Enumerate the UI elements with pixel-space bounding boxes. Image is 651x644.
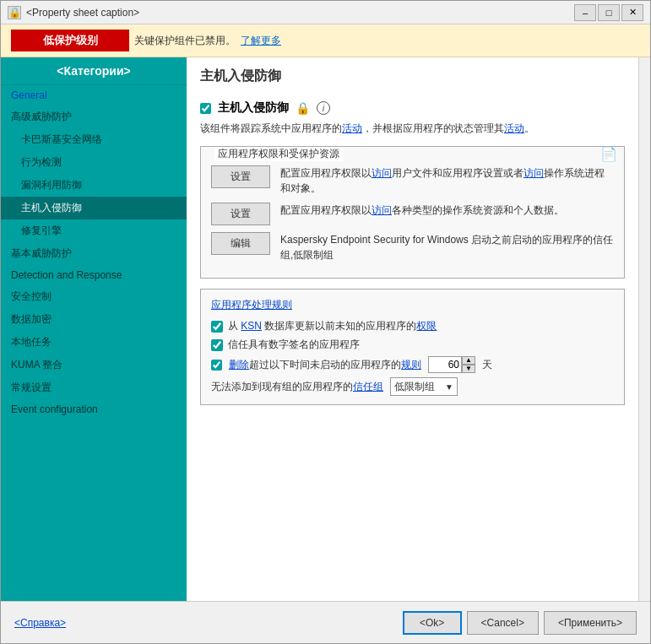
sidebar-item-remediation[interactable]: 修复引擎 [1, 219, 187, 242]
sidebar-item-detection-response[interactable]: Detection and Response [1, 265, 187, 285]
help-link[interactable]: <Справка> [14, 617, 66, 629]
sidebar-item-security-control[interactable]: 安全控制 [1, 285, 187, 308]
cancel-button[interactable]: <Cancel> [467, 611, 539, 635]
spinner-down[interactable]: ▼ [462, 365, 475, 373]
edit-row: 编辑 Kaspersky Endpoint Security for Windo… [211, 232, 614, 262]
days-spinner: 60 ▲ ▼ [428, 356, 475, 373]
sidebar-item-kaspersky-net[interactable]: 卡巴斯基安全网络 [1, 128, 187, 151]
cb-row-2: 信任具有数字签名的应用程序 [211, 338, 614, 352]
title-bar: 🔒 <Property sheet caption> – □ ✕ [1, 1, 650, 24]
sidebar-item-advanced-threat[interactable]: 高级威胁防护 [1, 106, 187, 128]
settings-button-1[interactable]: 设置 [211, 165, 270, 188]
settings-button-2[interactable]: 设置 [211, 203, 270, 225]
learn-more-link[interactable]: 了解更多 [241, 34, 281, 48]
delete-rule-checkbox[interactable] [211, 360, 222, 371]
sidebar-item-data-encrypt[interactable]: 数据加密 [1, 308, 187, 331]
cb-row-3: 删除超过以下时间未启动的应用程序的规则 60 ▲ ▼ 天 [211, 356, 614, 373]
activity-link2[interactable]: 活动 [504, 122, 524, 134]
minimize-button[interactable]: – [574, 4, 596, 21]
digital-sig-checkbox[interactable] [211, 339, 223, 351]
edit-button[interactable]: 编辑 [211, 232, 270, 255]
sidebar: <Категории> General 高级威胁防护 卡巴斯基安全网络 行为检测… [1, 57, 187, 601]
host-intrusion-label: 主机入侵防御 [218, 100, 289, 116]
cb2-label: 信任具有数字签名的应用程序 [228, 338, 360, 352]
access-link1[interactable]: 访问 [372, 167, 392, 179]
trust-dropdown[interactable]: 低限制组 ▼ [390, 377, 458, 396]
lock-icon: 🔒 [296, 101, 310, 115]
trust-group-link[interactable]: 信任组 [353, 381, 383, 392]
window-title: <Property sheet caption> [26, 7, 139, 19]
ksn-checkbox[interactable] [211, 321, 223, 333]
main-window: 🔒 <Property sheet caption> – □ ✕ 低保护级别 关… [0, 0, 651, 644]
title-controls: – □ ✕ [574, 4, 643, 21]
bottom-bar: <Справка> <Ok> <Cancel> <Применить> [1, 601, 650, 643]
access-link3[interactable]: 访问 [372, 204, 392, 216]
scrollbar[interactable] [638, 57, 650, 601]
permissions-expand-icon[interactable]: 📄 [600, 146, 617, 162]
ok-button[interactable]: <Ok> [403, 611, 462, 635]
info-icon[interactable]: i [317, 101, 330, 115]
protection-badge: 低保护级别 [11, 30, 129, 51]
title-bar-left: 🔒 <Property sheet caption> [8, 6, 139, 19]
sidebar-item-host-intrusion[interactable]: 主机入侵防御 [1, 197, 187, 219]
sidebar-item-event-config[interactable]: Event configuration [1, 399, 187, 419]
settings-desc-1: 配置应用程序权限以访问用户文件和应用程序设置或者访问操作系统进程和对象。 [280, 165, 614, 196]
cb3-label: 删除超过以下时间未启动的应用程序的规则 [229, 358, 421, 372]
rule-link[interactable]: 规则 [401, 359, 421, 371]
description-text: 该组件将跟踪系统中应用程序的活动，并根据应用程序的状态管理其活动。 [200, 121, 625, 136]
settings-row-1: 设置 配置应用程序权限以访问用户文件和应用程序设置或者访问操作系统进程和对象。 [211, 165, 614, 196]
permissions-inner: 设置 配置应用程序权限以访问用户文件和应用程序设置或者访问操作系统进程和对象。 … [201, 162, 624, 278]
permissions-title: 应用程序权限和受保护资源 [214, 147, 343, 161]
apply-button[interactable]: <Применить> [544, 611, 637, 635]
settings-row-2: 设置 配置应用程序权限以访问各种类型的操作系统资源和个人数据。 [211, 203, 614, 225]
sidebar-item-local-tasks[interactable]: 本地任务 [1, 331, 187, 354]
cb-row-1: 从 KSN 数据库更新以前未知的应用程序的权限 [211, 319, 614, 333]
settings-desc-2: 配置应用程序权限以访问各种类型的操作系统资源和个人数据。 [280, 203, 614, 218]
trust-row: 无法添加到现有组的应用程序的信任组 低限制组 ▼ [211, 377, 614, 396]
maximize-button[interactable]: □ [598, 4, 620, 21]
processing-title[interactable]: 应用程序处理规则 [211, 298, 614, 312]
sidebar-item-general-settings[interactable]: 常规设置 [1, 376, 187, 399]
trust-dropdown-value: 低限制组 [394, 380, 435, 394]
banner-text: 关键保护组件已禁用。 [134, 34, 236, 48]
sidebar-item-basic-threat[interactable]: 基本威胁防护 [1, 242, 187, 265]
trust-label-text: 无法添加到现有组的应用程序的信任组 [211, 380, 383, 394]
delete-link[interactable]: 删除 [229, 359, 249, 371]
sidebar-header: <Категории> [1, 57, 187, 85]
page-title: 主机入侵防御 [200, 68, 625, 92]
spinner-buttons: ▲ ▼ [462, 356, 475, 373]
sidebar-item-general[interactable]: General [1, 85, 187, 106]
activity-link1[interactable]: 活动 [342, 122, 362, 134]
days-label: 天 [482, 358, 492, 372]
sidebar-item-kuma[interactable]: KUMA 整合 [1, 354, 187, 376]
cb1-label: 从 KSN 数据库更新以前未知的应用程序的权限 [228, 319, 437, 333]
dropdown-arrow-icon: ▼ [445, 382, 453, 392]
main-area: <Категории> General 高级威胁防护 卡巴斯基安全网络 行为检测… [1, 57, 650, 601]
close-button[interactable]: ✕ [621, 4, 643, 21]
content-area: 主机入侵防御 主机入侵防御 🔒 i 该组件将跟踪系统中应用程序的活动，并根据应用… [187, 57, 638, 601]
permissions-header-row: 应用程序权限和受保护资源 📄 [208, 146, 617, 162]
sidebar-item-behavior-detect[interactable]: 行为检测 [1, 151, 187, 174]
days-input[interactable]: 60 [428, 356, 462, 373]
processing-group: 应用程序处理规则 从 KSN 数据库更新以前未知的应用程序的权限 信任具有数字签… [200, 289, 625, 405]
permissions-group: 应用程序权限和受保护资源 📄 设置 配置应用程序权限以访问用户文件和应用程序设置… [200, 146, 625, 279]
main-feature-row: 主机入侵防御 🔒 i [200, 100, 625, 116]
edit-desc: Kaspersky Endpoint Security for Windows … [280, 232, 614, 262]
banner: 低保护级别 关键保护组件已禁用。 了解更多 [1, 24, 650, 57]
spinner-up[interactable]: ▲ [462, 356, 475, 365]
access-link2[interactable]: 访问 [524, 167, 544, 179]
host-intrusion-checkbox[interactable] [200, 103, 211, 114]
permissions-link[interactable]: 权限 [416, 320, 437, 332]
window-icon: 🔒 [8, 6, 21, 19]
sidebar-item-exploit-prevent[interactable]: 漏洞利用防御 [1, 174, 187, 197]
bottom-buttons: <Ok> <Cancel> <Применить> [403, 611, 637, 635]
ksn-link[interactable]: KSN [241, 320, 262, 332]
